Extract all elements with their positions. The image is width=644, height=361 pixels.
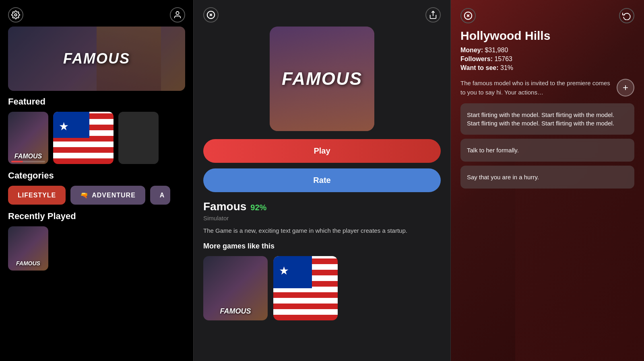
more-games-title: More games like this — [203, 242, 441, 250]
category-lifestyle[interactable]: LIFESTYLE — [8, 186, 66, 205]
middle-panel: FAMOUS Play Rate Famous 92% Simulator Th… — [193, 0, 451, 361]
game-desc: The Game is a new, exciting text game in… — [203, 226, 441, 236]
middle-top-bar — [194, 0, 450, 27]
right-panel: Hollywood Hills Money: $31,980 Followers… — [451, 0, 644, 361]
location-title: Hollywood Hills — [460, 29, 634, 43]
hero-banner[interactable]: FAMOUS — [8, 27, 185, 91]
categories-title: Categories — [0, 170, 193, 186]
adventure-icon: 🔫 — [80, 191, 89, 199]
right-top-bar — [460, 8, 634, 23]
followers-label: Followers: — [460, 55, 493, 62]
adventure-label: ADVENTURE — [92, 192, 136, 199]
game-title-row: Famous 92% — [203, 200, 441, 213]
narrative-text: The famous model who is invited to the p… — [460, 79, 612, 97]
svg-point-0 — [14, 14, 17, 16]
followers-value: 15763 — [494, 55, 512, 62]
stat-money: Money: $31,980 — [460, 47, 634, 54]
money-label: Money: — [460, 47, 483, 53]
left-panel: FAMOUS Featured FAMOUS Categories LIFEST… — [0, 0, 193, 361]
refresh-button[interactable] — [619, 8, 634, 23]
recently-title: Recently Played — [0, 211, 193, 226]
stat-want: Want to see: 31% — [460, 64, 634, 72]
settings-button[interactable] — [8, 7, 23, 23]
recently-card-famous[interactable]: FAMOUS — [8, 226, 48, 271]
want-label: Want to see: — [460, 64, 499, 71]
play-button[interactable]: Play — [203, 139, 441, 163]
profile-button[interactable] — [170, 7, 185, 23]
hero-logo: FAMOUS — [63, 50, 130, 67]
choice-2-button[interactable]: Talk to her formally. — [460, 139, 634, 162]
right-content: Hollywood Hills Money: $31,980 Followers… — [451, 0, 644, 361]
game-title: Famous — [203, 200, 246, 213]
close-button-middle[interactable] — [203, 7, 219, 23]
stat-followers: Followers: 15763 — [460, 55, 634, 63]
choice-1-button[interactable]: Start flirting with the model. Start fli… — [460, 103, 634, 135]
more-game-famous[interactable]: FAMOUS — [203, 256, 268, 320]
categories-scroll: LIFESTYLE 🔫 ADVENTURE A — [0, 186, 193, 211]
svg-point-1 — [176, 12, 179, 14]
featured-card-famous-logo: FAMOUS — [14, 153, 42, 160]
stats-section: Money: $31,980 Followers: 15763 Want to … — [460, 47, 634, 73]
recently-scroll: FAMOUS — [0, 226, 193, 271]
want-value: 31% — [500, 64, 513, 71]
choice-3-button[interactable]: Say that you are in a hurry. — [460, 166, 634, 189]
category-more[interactable]: A — [150, 186, 170, 205]
more-game-flag[interactable] — [273, 256, 338, 320]
featured-card-blank[interactable] — [118, 112, 159, 164]
game-info: Famous 92% Simulator The Game is a new, … — [194, 200, 450, 320]
game-cover[interactable]: FAMOUS — [270, 27, 374, 131]
money-value: $31,980 — [485, 47, 508, 53]
close-button-right[interactable] — [460, 8, 476, 23]
featured-title: Featured — [0, 96, 193, 112]
recently-card-famous-logo: FAMOUS — [16, 260, 40, 267]
progress-fill — [11, 161, 23, 162]
left-top-bar — [0, 0, 193, 27]
game-cover-logo: FAMOUS — [282, 69, 362, 89]
share-button[interactable] — [425, 7, 441, 23]
hero-overlay: FAMOUS — [8, 27, 185, 91]
game-genre: Simulator — [203, 215, 441, 222]
featured-card-famous[interactable]: FAMOUS — [8, 112, 48, 164]
more-game-famous-logo: FAMOUS — [220, 307, 251, 316]
progress-bar — [11, 161, 45, 162]
more-games-scroll: FAMOUS — [203, 256, 441, 320]
rate-button[interactable]: Rate — [203, 168, 441, 192]
plus-button[interactable]: + — [617, 79, 634, 96]
featured-card-flag[interactable] — [53, 112, 114, 164]
featured-scroll: FAMOUS — [0, 112, 193, 170]
game-rating: 92% — [250, 203, 266, 212]
category-adventure[interactable]: 🔫 ADVENTURE — [70, 186, 145, 205]
